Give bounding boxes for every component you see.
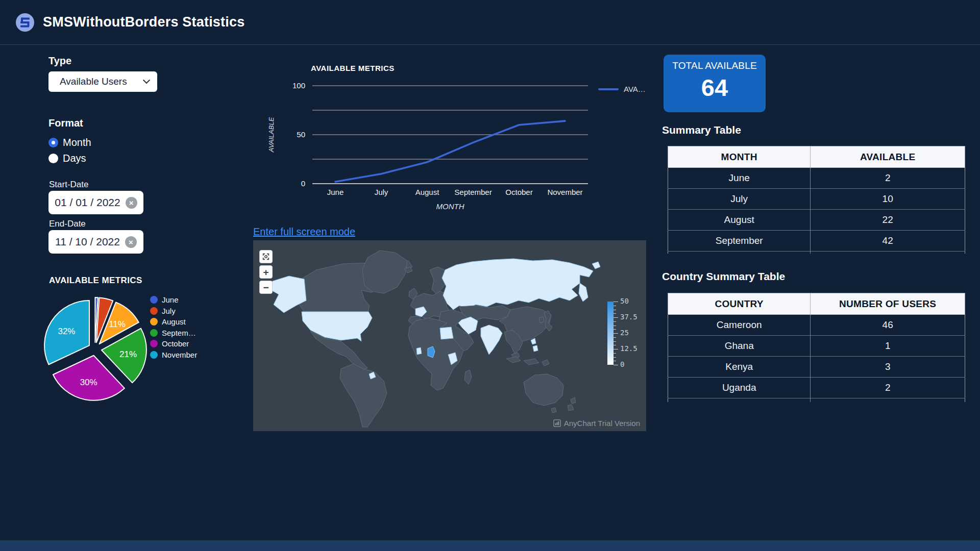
- legend-dot-icon: [150, 340, 158, 347]
- pie-legend-item-july[interactable]: July: [150, 306, 197, 317]
- bottom-bar: [0, 540, 980, 551]
- line-chart-legend-item[interactable]: AVA…: [598, 85, 646, 93]
- svg-text:30%: 30%: [80, 378, 97, 387]
- table-row: Cameroon46: [668, 315, 965, 336]
- color-scale-tick-label: 25: [620, 329, 629, 337]
- pie-legend-item-november[interactable]: November: [150, 349, 197, 361]
- svg-text:21%: 21%: [119, 349, 137, 359]
- map-zoom-out-button[interactable]: −: [259, 281, 273, 294]
- total-available-label: TOTAL AVAILABLE: [664, 60, 766, 71]
- page-title: SMSWithoutBorders Statistics: [43, 14, 244, 30]
- table-row: Kenya3: [668, 357, 965, 378]
- fullscreen-link[interactable]: Enter full screen mode: [253, 226, 355, 238]
- end-date-label: End-Date: [49, 219, 86, 229]
- table-row: Ghana1: [668, 336, 965, 357]
- table-row: September42: [668, 231, 965, 252]
- svg-text:September: September: [454, 188, 492, 196]
- line-series-label: AVA…: [624, 85, 646, 93]
- column-header: NUMBER OF USERS: [811, 293, 965, 315]
- clear-end-date-icon[interactable]: ×: [125, 236, 137, 248]
- column-header: MONTH: [668, 146, 811, 168]
- total-available-card: TOTAL AVAILABLE 64: [664, 55, 766, 112]
- end-date-input[interactable]: 11 / 10 / 2022 ×: [48, 230, 143, 254]
- watermark-text: AnyChart Trial Version: [564, 419, 640, 428]
- radio-icon[interactable]: [48, 138, 58, 147]
- world-map[interactable]: + − 5037.52512.50 AnyChart Trial Version: [253, 240, 646, 431]
- column-header: COUNTRY: [668, 293, 811, 315]
- legend-dot-icon: [150, 351, 158, 359]
- start-date-input[interactable]: 01 / 01 / 2022 ×: [48, 191, 143, 214]
- header-divider: [0, 44, 980, 45]
- type-select-value: Available Users: [60, 76, 144, 87]
- svg-text:August: August: [415, 188, 440, 196]
- country-summary-table: COUNTRYNUMBER OF USERSCameroon46Ghana1Ke…: [668, 293, 965, 402]
- dashboard: SMSWithoutBorders Statistics Type Availa…: [0, 0, 980, 551]
- start-date-label: Start-Date: [49, 180, 88, 190]
- pie-legend-item-june[interactable]: June: [150, 294, 197, 306]
- svg-text:MONTH: MONTH: [436, 202, 464, 211]
- anychart-watermark: AnyChart Trial Version: [553, 419, 640, 428]
- fit-to-extent-icon: [262, 253, 270, 261]
- pie-legend-item-september[interactable]: Septem…: [150, 328, 197, 339]
- svg-text:October: October: [505, 188, 532, 196]
- format-radio-days[interactable]: Days: [48, 153, 86, 164]
- table-row: [668, 398, 965, 403]
- choropleth-map-canvas[interactable]: [253, 240, 646, 431]
- pie-legend-item-october[interactable]: October: [150, 338, 197, 349]
- summary-table-title: Summary Table: [662, 124, 741, 136]
- header: SMSWithoutBorders Statistics: [0, 0, 980, 44]
- table-row: Uganda2: [668, 378, 965, 398]
- pie-legend: JuneJulyAugustSeptem…OctoberNovember: [150, 294, 197, 360]
- color-scale-tick-label: 50: [620, 297, 629, 305]
- color-scale-tick-label: 12.5: [620, 344, 638, 353]
- end-date-value: 11 / 10 / 2022: [55, 236, 120, 248]
- chevron-down-icon: [143, 77, 150, 84]
- type-select[interactable]: Available Users: [48, 71, 157, 92]
- legend-dot-icon: [150, 307, 158, 315]
- svg-text:11%: 11%: [109, 319, 126, 329]
- pie-chart[interactable]: 11%21%30%32%: [30, 284, 160, 414]
- legend-dot-icon: [150, 296, 158, 304]
- svg-text:November: November: [547, 188, 582, 196]
- map-controls: + −: [259, 250, 273, 294]
- chart-watermark-icon: [553, 419, 561, 427]
- start-date-value: 01 / 01 / 2022: [55, 196, 120, 209]
- svg-text:July: July: [375, 188, 388, 196]
- country-table-container: COUNTRYNUMBER OF USERSCameroon46Ghana1Ke…: [668, 293, 965, 402]
- table-row: August22: [668, 210, 965, 231]
- country-table-title: Country Summary Table: [662, 270, 785, 283]
- column-header: AVAILABLE: [811, 146, 965, 168]
- legend-dot-icon: [150, 329, 158, 337]
- clear-start-date-icon[interactable]: ×: [126, 197, 137, 209]
- type-label: Type: [48, 55, 71, 67]
- app-logo-icon: [15, 13, 35, 32]
- svg-text:June: June: [327, 188, 344, 196]
- svg-text:AVAILABLE METRICS: AVAILABLE METRICS: [311, 64, 395, 72]
- table-row: [668, 252, 965, 254]
- svg-text:32%: 32%: [58, 327, 75, 336]
- map-zoom-in-button[interactable]: +: [259, 265, 273, 279]
- line-chart[interactable]: 050100JuneJulyAugustSeptemberOctoberNove…: [265, 63, 653, 216]
- color-scale-tick-label: 0: [620, 360, 624, 368]
- color-scale-tick-label: 37.5: [620, 313, 638, 321]
- table-row: July10: [668, 189, 965, 210]
- summary-table: MONTHAVAILABLEJune2July10August22Septemb…: [668, 146, 965, 254]
- map-color-scale: [607, 302, 614, 365]
- summary-table-container: MONTHAVAILABLEJune2July10August22Septemb…: [668, 146, 965, 254]
- svg-text:0: 0: [301, 179, 305, 188]
- line-series-swatch: [598, 88, 619, 90]
- table-row: June2: [668, 168, 965, 189]
- svg-text:AVAILABLE: AVAILABLE: [267, 117, 275, 153]
- svg-text:100: 100: [292, 81, 305, 90]
- radio-icon[interactable]: [48, 154, 58, 163]
- legend-dot-icon: [150, 318, 158, 325]
- format-label: Format: [48, 117, 83, 129]
- total-available-value: 64: [664, 73, 766, 102]
- map-fit-button[interactable]: [259, 250, 273, 263]
- svg-text:50: 50: [297, 130, 305, 139]
- format-radio-month[interactable]: Month: [48, 137, 91, 148]
- pie-legend-item-august[interactable]: August: [150, 316, 197, 328]
